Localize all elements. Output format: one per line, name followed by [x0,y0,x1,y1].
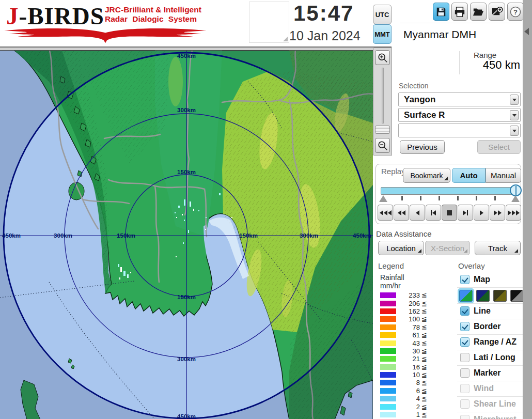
legend-label: Legend [378,261,404,270]
resize-grip-icon[interactable] [283,37,288,41]
radar-map[interactable]: 450km 300km 150km 150km 300km 450km 450k… [0,50,373,419]
play-button[interactable] [474,205,489,221]
overlay-item-map[interactable]: Map [460,274,490,285]
overlay-item-marker[interactable]: Marker [460,367,500,379]
mmt-button[interactable]: MMT [373,24,392,44]
x-section-button[interactable]: X-Section [425,241,470,255]
border-checkbox[interactable] [460,322,470,331]
legend-swatch [380,316,396,322]
svg-text:300km: 300km [54,232,72,239]
panel-edge-strip[interactable] [523,0,532,419]
slider-start-marker[interactable] [379,195,387,202]
capture-add-button[interactable] [489,3,505,21]
open-folder-button[interactable] [470,3,487,21]
replay-panel: Replay Bookmark Auto Manual [375,164,521,224]
auto-button[interactable]: Auto [452,168,486,183]
map-style-olive-swatch[interactable] [493,290,507,302]
overlay-item-microburst: Microburst [460,414,517,419]
site-dropdown[interactable]: Yangon [398,92,521,106]
slider-end-marker[interactable] [511,195,520,202]
save-button[interactable] [433,3,449,21]
print-button[interactable] [451,3,468,21]
option-dropdown[interactable] [398,123,521,137]
product-dropdown[interactable]: Surface R [398,108,521,122]
lati-long-checkbox[interactable] [460,353,470,362]
zoom-in-button[interactable] [375,50,390,65]
overlay-item-line[interactable]: Line [460,305,491,317]
marker-checkbox[interactable] [460,368,470,378]
site-dropdown-button[interactable] [510,95,519,105]
overlay-item-label: Marker [474,368,500,378]
map-zoom-control [373,48,392,156]
replay-slider-handle[interactable] [510,184,522,196]
overlay-item-label: Map [474,275,490,284]
range-az-checkbox[interactable] [460,337,470,347]
legend-rows: 233≦ 206≦ 162≦ 100≦ 78≦ 61≦ 43≦ 30≦ 21≦ … [374,291,456,418]
step-forward-button[interactable] [458,205,473,221]
legend-swatch [380,364,396,370]
overlay-item-label: Shear Line [474,399,516,409]
legend-swatch [380,380,396,385]
divider [457,287,523,288]
legend-value: 1 [396,411,420,418]
step-back-button[interactable] [426,205,441,221]
map-style-gray-swatch[interactable] [510,290,524,302]
product-dropdown-button[interactable] [510,110,519,120]
legend-value: 16 [396,363,420,371]
menu-corner-icon [418,249,421,253]
play-icon [480,210,483,215]
manual-button[interactable]: Manual [486,168,521,183]
collapse-panel-icon[interactable] [524,28,529,35]
jump-to-start-button[interactable] [378,205,393,221]
open-folder-icon [473,6,484,18]
play-reverse-button[interactable] [410,205,425,221]
legend-le-symbol: ≦ [421,347,427,355]
overlay-item-border[interactable]: Border [460,321,500,332]
zoom-out-button[interactable] [375,138,390,153]
legend-swatch [380,301,396,306]
legend-row: 78≦ [374,323,456,331]
legend-swatch [380,372,396,378]
option-dropdown-button[interactable] [510,126,519,136]
legend-le-symbol: ≦ [421,315,427,323]
forward3-icon [516,210,520,215]
previous-button[interactable]: Previous [400,140,445,154]
location-button[interactable]: Location [378,241,424,255]
selection-label: Selection [399,82,429,90]
legend-swatch [380,324,396,330]
tagline-line1: JRC-Brilliant & Intelligent [105,5,201,14]
legend-le-symbol: ≦ [421,355,427,363]
legend-le-symbol: ≦ [421,387,427,395]
svg-text:150km: 150km [177,294,196,300]
zoom-slider-handle[interactable] [375,126,390,134]
help-button[interactable]: ? [507,3,524,21]
bookmark-button[interactable]: Bookmark [403,168,450,183]
product-dropdown-value: Surface R [404,110,445,120]
step-back-icon [432,210,436,215]
legend-row: 162≦ [374,307,456,315]
overlay-item-range-az[interactable]: Range / AZ [460,336,517,348]
rewind3-icon [388,210,392,215]
map-style-swatches [459,290,524,302]
map-style-dark-swatch[interactable] [476,290,490,302]
legend-value: 10 [396,371,420,379]
legend-swatch [380,348,396,354]
track-button[interactable]: Track [475,241,521,255]
svg-text:?: ? [513,8,518,16]
jump-to-end-button[interactable] [506,205,521,221]
fast-rewind-button[interactable] [394,205,409,221]
map-style-terrain-swatch[interactable] [459,290,473,302]
overlay-item-lati-long[interactable]: Lati / Long [460,352,515,363]
line-checkbox[interactable] [460,306,470,316]
replay-slider-track[interactable] [381,187,521,195]
fast-forward-button[interactable] [490,205,505,221]
select-button[interactable]: Select [477,140,521,154]
map-checkbox[interactable] [460,275,470,284]
stop-button[interactable] [442,205,457,221]
zoom-slider-track[interactable] [382,68,384,123]
menu-corner-icon [444,177,448,180]
utc-button[interactable]: UTC [373,5,392,24]
overlay-item-label: Microburst [474,415,517,419]
legend-row: 61≦ [374,331,456,339]
svg-text:150km: 150km [117,232,135,239]
